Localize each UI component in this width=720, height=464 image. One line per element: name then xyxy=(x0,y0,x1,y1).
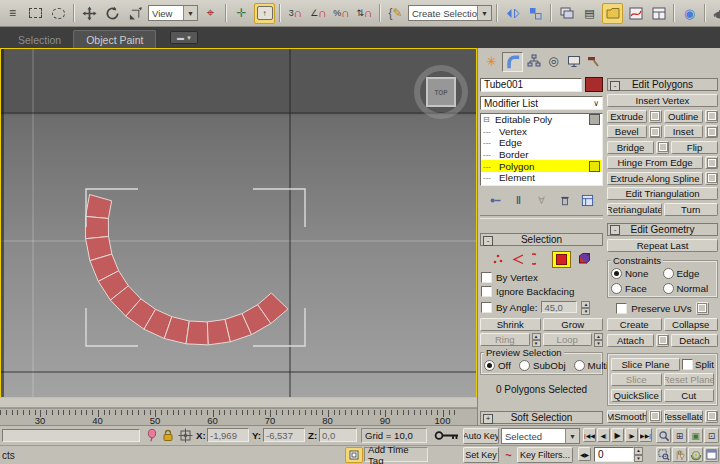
preserve-uvs-checkbox[interactable] xyxy=(616,303,627,314)
tab-selection[interactable]: Selection xyxy=(6,31,73,48)
select-and-move-icon[interactable] xyxy=(79,3,100,24)
object-name-input[interactable]: Tube001 xyxy=(480,78,582,92)
preview-subobj-radio[interactable] xyxy=(519,360,530,371)
attach-button[interactable]: Attach xyxy=(607,334,654,347)
inset-button[interactable]: Inset xyxy=(664,125,704,138)
utilities-tab-icon[interactable] xyxy=(584,52,603,70)
expand-icon[interactable]: + xyxy=(483,414,493,424)
zoom-extents-icon[interactable]: ▣ xyxy=(688,428,703,443)
create-tab-icon[interactable]: ✳ xyxy=(482,52,501,70)
by-vertex-checkbox[interactable] xyxy=(481,272,492,283)
y-coordinate-field[interactable]: -6,537 xyxy=(263,428,305,442)
select-and-scale-icon[interactable] xyxy=(125,3,146,24)
frame-spinner[interactable]: ▲▼ xyxy=(634,447,643,462)
loop-button[interactable]: Loop xyxy=(543,333,593,346)
constraint-normal-radio[interactable] xyxy=(663,283,674,294)
preview-off-radio[interactable] xyxy=(484,360,495,371)
by-angle-checkbox[interactable] xyxy=(481,302,492,313)
schematic-view-icon[interactable] xyxy=(648,3,669,24)
border-subobject-icon[interactable] xyxy=(532,253,545,267)
play-button[interactable]: ▶ xyxy=(611,428,624,442)
show-end-result-icon[interactable]: ‖ xyxy=(512,193,526,207)
detach-button[interactable]: Detach xyxy=(671,334,718,347)
object-color-swatch[interactable] xyxy=(585,77,603,92)
turn-button[interactable]: Turn xyxy=(664,203,719,216)
scene-explorer-icon[interactable]: ▤ xyxy=(579,3,600,24)
time-slider-track[interactable] xyxy=(0,398,477,408)
slice-plane-button[interactable]: Slice Plane xyxy=(611,358,680,371)
render-setup-icon[interactable] xyxy=(710,3,720,24)
by-angle-spinner[interactable]: ▲▼ xyxy=(581,301,590,314)
modifier-stack-item[interactable]: ---Element xyxy=(481,172,602,184)
chevron-down-icon[interactable]: ▼ xyxy=(565,429,579,443)
pin-stack-icon[interactable] xyxy=(489,193,503,207)
rectangular-selection-region-icon[interactable] xyxy=(25,3,46,24)
set-key-button[interactable]: Set Key xyxy=(463,447,499,463)
element-subobject-icon[interactable] xyxy=(578,252,592,267)
reference-coordinate-system-combo[interactable]: View ▼ xyxy=(148,5,198,21)
modifier-stack-item[interactable]: ---Vertex xyxy=(481,126,602,138)
pan-hand-icon[interactable] xyxy=(672,447,687,462)
grow-button[interactable]: Grow xyxy=(543,318,604,331)
stack-collapse-icon[interactable]: ⊟ xyxy=(483,115,495,124)
orbit-icon[interactable] xyxy=(688,447,703,462)
viewport-top[interactable]: TOP xyxy=(0,48,477,398)
curve-editor-icon[interactable] xyxy=(625,3,646,24)
outline-button[interactable]: Outline xyxy=(664,110,704,123)
snap-toggle-3d-icon[interactable]: 3∩ xyxy=(285,3,306,24)
collapse-icon[interactable]: - xyxy=(610,81,620,91)
tessellate-button[interactable]: Tessellate xyxy=(664,410,704,423)
extrude-button[interactable]: Extrude xyxy=(607,110,647,123)
bevel-settings-button[interactable] xyxy=(649,125,662,138)
viewcube-top-face[interactable]: TOP xyxy=(426,77,456,107)
notification-balloon-icon[interactable] xyxy=(145,428,159,445)
zoom-all-icon[interactable]: ⊞ xyxy=(672,428,687,443)
constraint-face-radio[interactable] xyxy=(611,283,622,294)
select-by-name-icon[interactable]: ≡ xyxy=(2,3,23,24)
mirror-icon[interactable] xyxy=(502,3,523,24)
tube-polygon-segment[interactable] xyxy=(86,216,109,238)
zoom-region-icon[interactable] xyxy=(656,447,671,462)
percent-snap-toggle-icon[interactable]: %∩ xyxy=(331,3,352,24)
modifier-stack-item[interactable]: ---Border xyxy=(481,149,602,161)
subobject-state-icon[interactable] xyxy=(589,114,600,125)
extrude-along-spline-settings-button[interactable] xyxy=(705,172,718,185)
maximize-viewport-toggle-icon[interactable] xyxy=(704,447,719,462)
material-editor-icon[interactable]: ◉ xyxy=(679,3,700,24)
chevron-down-icon[interactable]: ▼ xyxy=(477,6,491,20)
ribbon-minimize-button[interactable]: ▬▼ xyxy=(170,31,198,44)
add-time-tag[interactable]: Add Time Tag xyxy=(364,447,428,462)
selection-rollout-header[interactable]: - Selection xyxy=(480,233,603,246)
zoom-icon[interactable] xyxy=(656,428,671,443)
retriangulate-button[interactable]: Retriangulate xyxy=(607,203,662,216)
edit-triangulation-button[interactable]: Edit Triangulation xyxy=(607,187,718,200)
key-filter-selected-combo[interactable]: Selected ▼ xyxy=(501,428,580,444)
motion-tab-icon[interactable]: ◎ xyxy=(544,52,563,70)
go-to-end-button[interactable]: ▶▶| xyxy=(639,428,652,442)
display-tab-icon[interactable] xyxy=(564,52,583,70)
selection-lock-toggle-icon[interactable] xyxy=(161,428,175,445)
x-coordinate-field[interactable]: -1,969 xyxy=(207,428,249,442)
extrude-settings-button[interactable] xyxy=(649,110,662,123)
auto-key-button[interactable]: Auto Key xyxy=(463,428,499,444)
remove-modifier-icon[interactable] xyxy=(558,193,572,207)
configure-modifier-sets-icon[interactable] xyxy=(581,193,595,207)
modifier-list-dropdown[interactable]: Modifier List ∨ xyxy=(480,96,603,110)
ring-spinner[interactable]: ▲▼ xyxy=(532,333,541,346)
timeline-ruler[interactable]: 30405060708090100 xyxy=(0,408,477,426)
key-filters-button[interactable]: Key Filters... xyxy=(517,447,573,463)
collapse-icon[interactable]: - xyxy=(610,225,620,235)
modifier-stack-item[interactable]: ---Polygon xyxy=(481,160,602,172)
outline-settings-button[interactable] xyxy=(705,110,718,123)
timeline[interactable]: 30405060708090100 xyxy=(0,398,477,425)
hierarchy-tab-icon[interactable] xyxy=(524,52,543,70)
extrude-along-spline-button[interactable]: Extrude Along Spline xyxy=(607,172,703,185)
insert-vertex-button[interactable]: Insert Vertex xyxy=(607,94,718,107)
preserve-uvs-settings-button[interactable] xyxy=(696,302,709,315)
soft-selection-rollout-header[interactable]: + Soft Selection xyxy=(480,411,603,424)
edit-polygons-rollout-header[interactable]: - Edit Polygons xyxy=(607,78,718,91)
z-coordinate-field[interactable]: 0,0 xyxy=(319,428,357,442)
bridge-button[interactable]: Bridge xyxy=(607,141,654,154)
edit-geometry-rollout-header[interactable]: - Edit Geometry xyxy=(607,223,718,236)
previous-frame-button[interactable]: ◀| xyxy=(597,428,610,442)
